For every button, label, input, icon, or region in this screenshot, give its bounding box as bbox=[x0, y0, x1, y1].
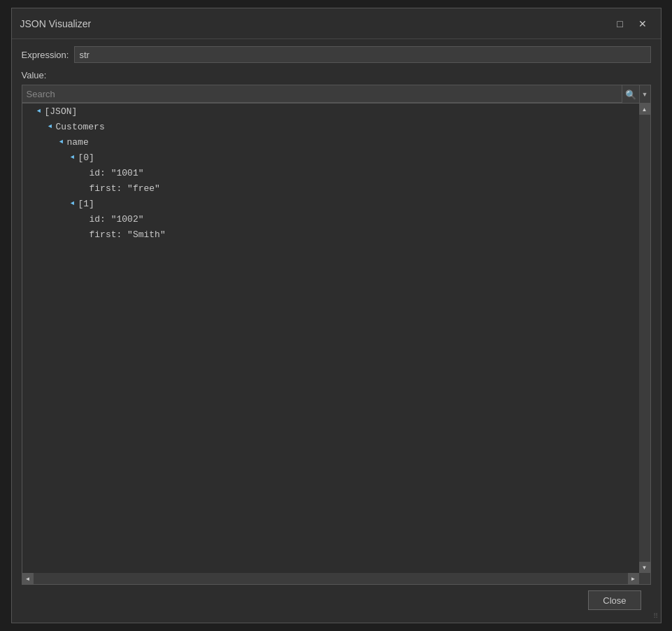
expression-label: Expression: bbox=[22, 50, 69, 60]
tree-node-first-free[interactable]: first: "free" bbox=[22, 180, 639, 196]
horizontal-scrollbar: ◄ ► bbox=[22, 573, 639, 584]
scroll-track-h[interactable] bbox=[34, 573, 628, 584]
tree-node-json-root[interactable]: ◄ [JSON] bbox=[22, 104, 639, 119]
arrow-customers: ◄ bbox=[45, 123, 56, 130]
node-label-index-0: [0] bbox=[78, 153, 94, 163]
search-dropdown-button[interactable]: ▼ bbox=[639, 85, 650, 104]
scroll-down-button[interactable]: ▼ bbox=[639, 562, 650, 573]
dialog-title: JSON Visualizer bbox=[20, 18, 92, 29]
dialog-content: Expression: Value: 🔍 ▼ ◄ [JSON] bbox=[12, 39, 661, 623]
search-row: 🔍 ▼ bbox=[22, 85, 651, 103]
tree-inner[interactable]: ◄ [JSON] ◄ Customers ◄ name bbox=[22, 104, 650, 584]
node-label-first-smith: first: "Smith" bbox=[90, 229, 166, 240]
maximize-button[interactable]: □ bbox=[610, 16, 630, 31]
arrow-index-0: ◄ bbox=[67, 154, 78, 161]
tree-node-index-0[interactable]: ◄ [0] bbox=[22, 150, 639, 165]
scroll-right-button[interactable]: ► bbox=[628, 573, 639, 584]
tree-node-id-1001[interactable]: id: "1001" bbox=[22, 165, 639, 180]
scroll-track-v[interactable] bbox=[639, 115, 650, 562]
search-input[interactable] bbox=[22, 85, 622, 103]
arrow-name: ◄ bbox=[56, 139, 67, 146]
value-label: Value: bbox=[22, 70, 651, 80]
tree-container: ◄ [JSON] ◄ Customers ◄ name bbox=[22, 103, 651, 585]
tree-node-index-1[interactable]: ◄ [1] bbox=[22, 196, 639, 211]
search-button-group: 🔍 ▼ bbox=[622, 85, 651, 103]
title-bar: JSON Visualizer □ ✕ bbox=[12, 8, 661, 39]
node-label-index-1: [1] bbox=[78, 199, 94, 209]
expression-row: Expression: bbox=[22, 46, 651, 63]
scrollbar-corner bbox=[639, 573, 650, 584]
search-button[interactable]: 🔍 bbox=[622, 85, 639, 104]
tree-node-first-smith[interactable]: first: "Smith" bbox=[22, 227, 639, 242]
node-label-customers: Customers bbox=[56, 122, 105, 132]
expression-input[interactable] bbox=[74, 46, 650, 63]
arrow-json-root: ◄ bbox=[34, 108, 45, 115]
arrow-index-1: ◄ bbox=[67, 200, 78, 207]
json-visualizer-dialog: JSON Visualizer □ ✕ Expression: Value: 🔍… bbox=[11, 8, 662, 623]
tree-node-customers[interactable]: ◄ Customers bbox=[22, 119, 639, 134]
close-button[interactable]: Close bbox=[588, 590, 641, 610]
title-bar-controls: □ ✕ bbox=[610, 16, 652, 31]
vertical-scrollbar: ▲ ▼ bbox=[639, 104, 650, 573]
node-label-first-free: first: "free" bbox=[90, 183, 160, 194]
node-label-id-1001: id: "1001" bbox=[90, 168, 144, 178]
node-label-id-1002: id: "1002" bbox=[90, 214, 144, 225]
watermark: ⠿ bbox=[653, 612, 658, 620]
node-label-json-root: [JSON] bbox=[45, 106, 78, 117]
tree-node-id-1002[interactable]: id: "1002" bbox=[22, 211, 639, 227]
bottom-bar: Close bbox=[22, 585, 651, 616]
scroll-left-button[interactable]: ◄ bbox=[22, 573, 34, 584]
scroll-up-button[interactable]: ▲ bbox=[639, 104, 650, 115]
node-label-name: name bbox=[67, 137, 89, 148]
tree-node-name[interactable]: ◄ name bbox=[22, 134, 639, 150]
close-title-button[interactable]: ✕ bbox=[633, 16, 652, 31]
